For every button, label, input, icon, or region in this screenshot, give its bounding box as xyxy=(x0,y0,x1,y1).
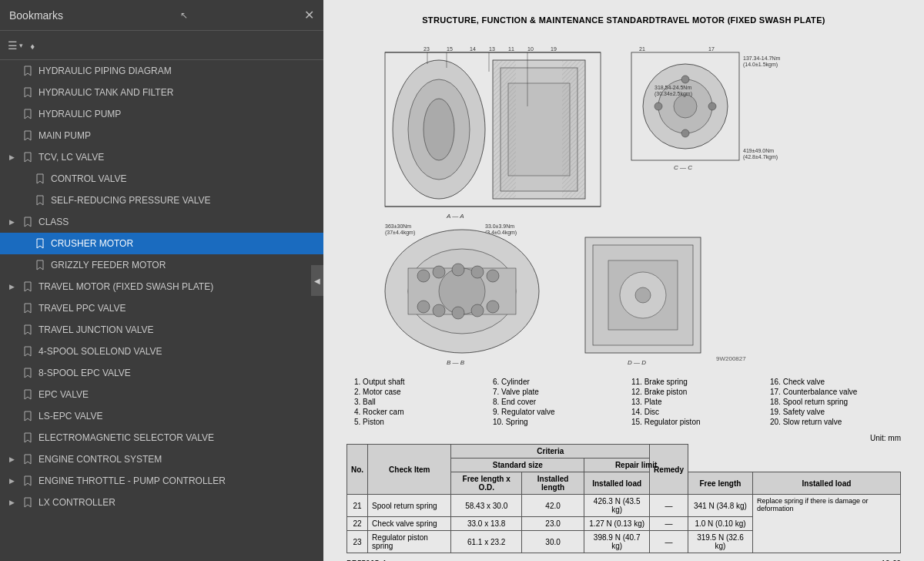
bookmark-icon xyxy=(22,303,34,314)
bookmark-label: 8-SPOOL EPC VALVE xyxy=(38,368,317,378)
collapse-handle[interactable]: ◀ xyxy=(311,265,323,296)
col-criteria: Criteria xyxy=(451,445,650,459)
cell-check-item: Regulator piston spring xyxy=(368,531,451,553)
bookmark-label: LS-EPC VALVE xyxy=(38,411,317,422)
diagram-area: 23 15 14 13 11 10 19 A — A 363±30Nm (37±… xyxy=(346,37,901,368)
bookmark-item-control-valve[interactable]: CONTROL VALVE xyxy=(0,168,323,190)
bookmark-icon: ⬧ xyxy=(29,39,35,52)
close-button[interactable]: ✕ xyxy=(304,9,314,22)
bookmark-icon xyxy=(22,432,34,443)
svg-text:23: 23 xyxy=(424,46,430,52)
svg-text:318.54-24.5Nm: 318.54-24.5Nm xyxy=(654,85,691,90)
bookmark-item-epc-valve[interactable]: EPC VALVE xyxy=(0,384,323,405)
expand-arrow: ▶ xyxy=(9,455,20,463)
expand-arrow: ▶ xyxy=(9,499,20,506)
bookmark-item-travel-ppc[interactable]: TRAVEL PPC VALVE xyxy=(0,297,323,319)
svg-text:137.34-14.7Nm: 137.34-14.7Nm xyxy=(743,55,780,61)
bookmark-item-self-reducing[interactable]: SELF-REDUCING PRESSURE VALVE xyxy=(0,190,323,211)
svg-point-33 xyxy=(681,129,689,137)
svg-text:(37±4.4kgm): (37±4.4kgm) xyxy=(385,230,415,236)
table-row: 21Spool return spring58.43 x 30.042.0426… xyxy=(347,495,901,517)
bookmark-list: HYDRAULIC PIPING DIAGRAM HYDRAULIC TANK … xyxy=(0,60,323,561)
bookmark-label: ENGINE CONTROL SYSTEM xyxy=(38,454,317,465)
col-check-item: Check Item xyxy=(368,445,451,495)
bookmark-label: EPC VALVE xyxy=(38,389,317,400)
svg-text:19: 19 xyxy=(551,46,557,52)
bookmark-item-ls-epc[interactable]: LS-EPC VALVE xyxy=(0,405,323,427)
part-item: 5. Piston xyxy=(354,418,477,426)
part-item: 17. Counterbalance valve xyxy=(770,388,893,396)
svg-point-56 xyxy=(452,307,464,319)
bookmark-item-engine-throttle[interactable]: ▶ ENGINE THROTTLE - PUMP CONTROLLER xyxy=(0,470,323,492)
bookmark-icon-button[interactable]: ⬧ xyxy=(29,39,35,52)
list-icon: ☰ xyxy=(8,39,18,52)
bookmark-item-engine-control[interactable]: ▶ ENGINE CONTROL SYSTEM xyxy=(0,448,323,470)
bookmark-item-travel-motor[interactable]: ▶ TRAVEL MOTOR (FIXED SWASH PLATE) xyxy=(0,276,323,297)
bookmark-label: LX CONTROLLER xyxy=(38,497,317,508)
col-rep-load: Installed load xyxy=(752,472,900,495)
part-item: 14. Disc xyxy=(631,408,755,416)
svg-text:B — B: B — B xyxy=(447,359,465,366)
part-item: 11. Brake spring xyxy=(631,378,755,386)
cell-inst-len: 42.0 xyxy=(521,495,584,517)
part-item: 7. Valve plate xyxy=(493,388,616,396)
svg-point-58 xyxy=(487,301,499,313)
bookmark-item-main-pump[interactable]: MAIN PUMP xyxy=(0,125,323,146)
svg-rect-8 xyxy=(508,83,570,176)
part-item: 18. Spool return spring xyxy=(770,398,893,406)
expand-arrow: ▶ xyxy=(9,153,20,161)
cell-free-len: — xyxy=(650,531,688,553)
list-view-button[interactable]: ☰ ▾ xyxy=(8,39,23,52)
bookmark-label: MAIN PUMP xyxy=(38,130,317,141)
bookmark-item-tcv-lc-valve[interactable]: ▶ TCV, LC VALVE xyxy=(0,146,323,168)
bookmark-label: SELF-REDUCING PRESSURE VALVE xyxy=(51,195,317,206)
cell-free-od: 33.0 x 13.8 xyxy=(451,517,521,531)
bookmark-item-lx-controller[interactable]: ▶ LX CONTROLLER xyxy=(0,492,323,513)
bookmark-label: TRAVEL MOTOR (FIXED SWASH PLATE) xyxy=(38,281,317,292)
bookmark-icon xyxy=(22,281,34,292)
bookmark-icon xyxy=(22,66,34,76)
collapse-arrow: ◀ xyxy=(314,277,320,285)
bookmark-item-class[interactable]: ▶ CLASS xyxy=(0,211,323,233)
svg-text:419±49.0Nm: 419±49.0Nm xyxy=(743,148,774,153)
bookmark-item-electromagnetic[interactable]: ELECTROMAGNETIC SELECTOR VALVE xyxy=(0,427,323,448)
bookmark-item-hydraulic-tank[interactable]: HYDRAULIC TANK AND FILTER xyxy=(0,82,323,103)
bookmark-item-travel-junction[interactable]: TRAVEL JUNCTION VALVE xyxy=(0,319,323,341)
bookmark-icon xyxy=(22,217,34,227)
svg-text:A — A: A — A xyxy=(446,213,464,220)
bookmark-label: GRIZZLY FEEDER MOTOR xyxy=(51,260,317,270)
expand-arrow: ▶ xyxy=(9,477,20,485)
svg-point-55 xyxy=(433,304,445,317)
part-item: 12. Brake piston xyxy=(631,388,755,396)
bookmark-item-grizzly-feeder[interactable]: GRIZZLY FEEDER MOTOR xyxy=(0,254,323,276)
panel-header: Bookmarks ↖ ✕ xyxy=(0,0,323,31)
svg-text:D — D: D — D xyxy=(628,359,646,366)
bookmark-icon xyxy=(22,109,34,119)
col-inst-load: Installed load xyxy=(584,472,650,495)
cell-rep-load: 1.0 N (0.10 kg) xyxy=(688,517,753,531)
bookmark-label: CRUSHER MOTOR xyxy=(51,238,317,249)
bookmark-item-hydraulic-piping[interactable]: HYDRAULIC PIPING DIAGRAM xyxy=(0,60,323,82)
cell-free-len: — xyxy=(650,517,688,531)
part-item: 9. Regulator valve xyxy=(493,408,616,416)
cell-rep-load: 319.5 N (32.6 kg) xyxy=(688,531,753,553)
part-item: 20. Slow return valve xyxy=(770,418,893,426)
col-free-od: Free length x O.D. xyxy=(451,472,521,495)
svg-text:9W200827: 9W200827 xyxy=(716,355,746,362)
svg-point-53 xyxy=(487,270,499,282)
part-item: 3. Ball xyxy=(354,398,477,406)
bookmark-icon xyxy=(22,368,34,378)
bookmark-icon xyxy=(22,87,34,98)
col-inst-len: Installed length xyxy=(521,472,584,495)
bookmark-icon xyxy=(34,195,46,206)
bookmark-label: CLASS xyxy=(38,217,317,227)
bookmark-item-8-spool[interactable]: 8-SPOOL EPC VALVE xyxy=(0,362,323,384)
bookmark-icon xyxy=(22,346,34,357)
cell-inst-load: 426.3 N (43.5 kg) xyxy=(584,495,650,517)
bookmark-item-4-spool[interactable]: 4-SPOOL SOLELOND VALVE xyxy=(0,341,323,362)
expand-arrow: ▶ xyxy=(9,218,20,226)
bookmark-item-crusher-motor[interactable]: CRUSHER MOTOR xyxy=(0,233,323,254)
bookmark-label: TCV, LC VALVE xyxy=(38,152,317,163)
bookmark-item-hydraulic-pump[interactable]: HYDRAULIC PUMP xyxy=(0,103,323,125)
part-item: 4. Rocker cam xyxy=(354,408,477,416)
